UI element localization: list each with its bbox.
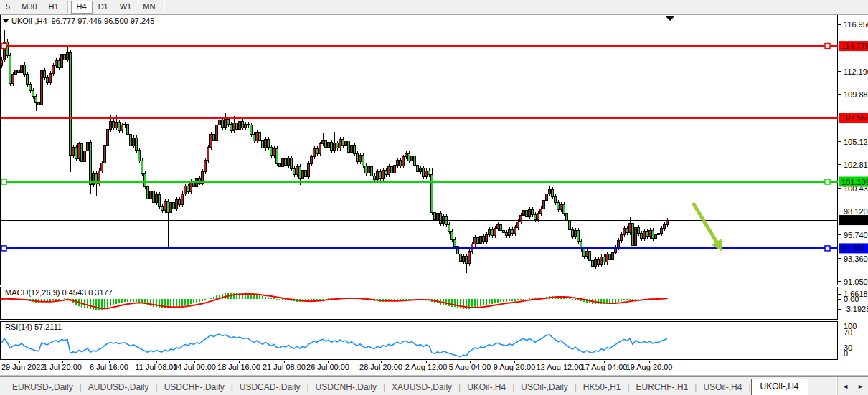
price-axis-label: 116.950	[844, 20, 868, 29]
macd-panel	[1, 287, 838, 320]
price-badge-label: 101.109	[841, 178, 868, 186]
toolbar-separator	[164, 1, 164, 13]
price-axis-label: 95.740	[844, 231, 868, 239]
time-axis-label: 26 Jul 00:00	[306, 363, 349, 371]
mt4-window: { "toolbar": { "timeframes": ["5", "M30"…	[0, 0, 868, 395]
price-axis-label: 105.120	[844, 138, 868, 146]
time-axis-label: 1 Jul 20:00	[43, 363, 82, 371]
level-handle[interactable]	[1, 44, 6, 49]
price-axis-label: 98.120	[844, 207, 868, 216]
level-handle[interactable]	[1, 246, 6, 251]
price-axis-label: 93.360	[844, 254, 868, 263]
level-handle[interactable]	[1, 179, 6, 184]
level-handle[interactable]	[825, 179, 830, 184]
timeframe-button-h4[interactable]: H4	[71, 1, 93, 14]
chart-canvas[interactable]: 116.950112.190109.880105.120102.810100.4…	[0, 0, 868, 395]
chart-tab-eurusd-daily[interactable]: EURUSD-,Daily	[6, 380, 80, 395]
timeframe-button-mn[interactable]: MN	[137, 1, 161, 14]
time-axis-label: 14 Jul 00:00	[173, 363, 216, 371]
price-badge-label: 97.245	[841, 216, 866, 224]
price-axis-label: 112.190	[844, 67, 868, 76]
chart-tab-usdchf-daily[interactable]: USDCHF-,Daily	[158, 380, 231, 395]
rsi-axis-label: 70	[844, 328, 852, 337]
rsi-indicator-label: RSI(14) 57.2111	[5, 323, 62, 331]
tab-scroll-right-icon[interactable]: ►	[853, 383, 868, 390]
chart-title: UKOil-,H4 96.777 97.446 96.500 97.245	[11, 16, 154, 25]
timeframe-button-m30[interactable]: M30	[16, 1, 42, 14]
time-axis-label: 19 Aug 20:00	[626, 363, 673, 371]
time-axis-label: 28 Jul 20:00	[359, 363, 402, 371]
timeframe-toolbar: 5M30H1H4D1W1MN	[0, 0, 868, 15]
time-axis-label: 29 Jun 2022	[1, 363, 45, 371]
main-chart-panel	[1, 15, 838, 285]
chart-tab-ukoil-h4[interactable]: UKOil-,H4	[461, 380, 512, 395]
rsi-axis-label: 0	[844, 349, 848, 358]
timeframe-button-5[interactable]: 5	[0, 1, 16, 14]
time-axis-label: 18 Jul 16:00	[217, 363, 260, 371]
timeframe-button-h1[interactable]: H1	[43, 1, 65, 14]
time-axis-label: 21 Jul 08:00	[263, 363, 306, 371]
chart-tab-usdcad-daily[interactable]: USDCAD-,Daily	[233, 380, 307, 395]
toolbar-separator	[67, 1, 68, 13]
time-axis-label: 11 Jul 08:00	[135, 363, 177, 371]
price-axis-label: 109.880	[844, 90, 868, 99]
macd-axis-label: 0.00	[844, 295, 859, 303]
chart-tab-bar: EURUSD-,Daily|AUDUSD-,Daily|USDCHF-,Dail…	[0, 376, 868, 395]
tab-scroll-left-icon[interactable]: ◄	[838, 383, 853, 390]
time-axis-label: 17 Aug 04:00	[581, 363, 628, 371]
chart-tab-usoil-daily[interactable]: USOil-,Daily	[514, 380, 574, 395]
chart-title-dropdown-icon[interactable]	[2, 19, 9, 23]
timeframe-button-w1[interactable]: W1	[114, 1, 138, 14]
macd-axis-label: -3.1928	[844, 305, 868, 313]
chart-tab-usdcnh-daily[interactable]: USDCNH-,Daily	[309, 380, 383, 395]
price-axis-label: 91.050	[844, 277, 868, 286]
rsi-panel	[1, 322, 838, 360]
chart-tab-active-ukoil-h4[interactable]: UKOil-,H4	[751, 379, 808, 395]
price-badge-label: 107.558	[841, 113, 868, 122]
chart-tab-audusd-daily[interactable]: AUDUSD-,Daily	[82, 380, 156, 395]
time-axis-label: 5 Aug 04:00	[449, 363, 491, 371]
time-axis-label: 9 Aug 20:00	[494, 363, 536, 371]
time-axis-label: 2 Aug 12:00	[405, 363, 448, 371]
price-badge-label: 114.779	[841, 42, 868, 50]
level-handle[interactable]	[825, 44, 830, 49]
chart-tab-hk50-h1[interactable]: HK50-,H1	[577, 380, 628, 395]
time-axis-label: 6 Jul 16:00	[90, 363, 128, 371]
time-axis-label: 12 Aug 12:00	[537, 363, 583, 371]
price-axis-label: 102.810	[844, 161, 868, 169]
level-handle[interactable]	[825, 246, 830, 251]
tab-scroll-arrows: ◄►	[837, 377, 868, 395]
timeframe-button-d1[interactable]: D1	[93, 1, 114, 14]
chart-tab-usoil-h4[interactable]: USOil-,H4	[697, 380, 748, 395]
chart-tab-eurchf-h1[interactable]: EURCHF-,H1	[630, 380, 695, 395]
chart-tab-xauusd-daily[interactable]: XAUUSD-,Daily	[385, 380, 458, 395]
price-badge-label: 94.403	[841, 244, 866, 252]
macd-indicator-label: MACD(12,26,9) 0.4543 0.3177	[5, 288, 113, 297]
